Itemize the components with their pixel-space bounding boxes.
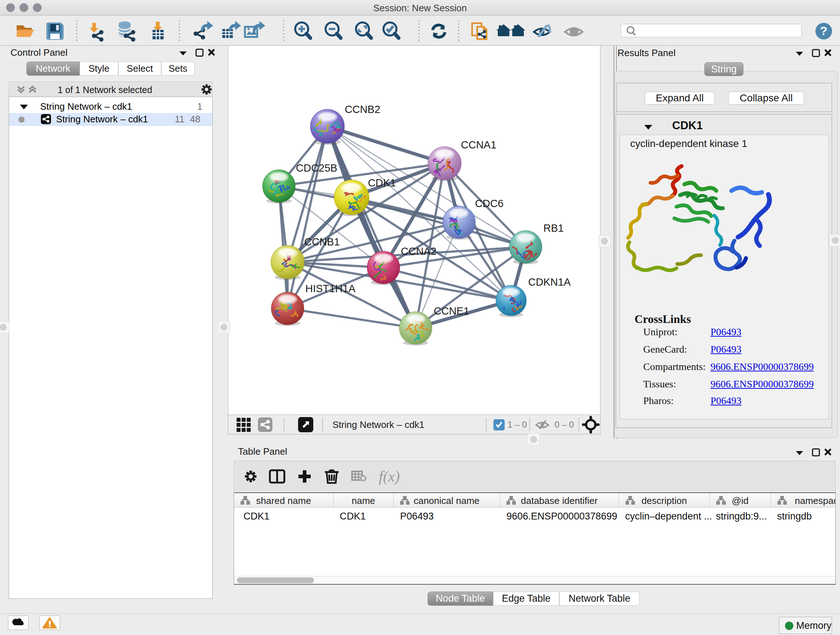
svg-text:CDC6: CDC6 bbox=[475, 198, 504, 209]
svg-text:1 – 0: 1 – 0 bbox=[508, 420, 527, 429]
svg-text:String Network – cdk1: String Network – cdk1 bbox=[332, 419, 424, 430]
svg-text:CCNB2: CCNB2 bbox=[345, 103, 380, 115]
svg-text:CCNE1: CCNE1 bbox=[434, 305, 469, 317]
svg-text:f(x): f(x) bbox=[379, 468, 400, 485]
svg-text:0 – 0: 0 – 0 bbox=[554, 420, 574, 429]
svg-text:RB1: RB1 bbox=[543, 222, 564, 234]
svg-text:CDC25B: CDC25B bbox=[296, 162, 337, 174]
svg-text:CCNA1: CCNA1 bbox=[461, 139, 496, 150]
svg-text:CDKN1A: CDKN1A bbox=[528, 276, 571, 288]
svg-text:CCNA2: CCNA2 bbox=[401, 245, 436, 257]
svg-text:CDK1: CDK1 bbox=[368, 177, 396, 188]
svg-text:HIST1H1A: HIST1H1A bbox=[305, 283, 355, 295]
svg-text:CCNB1: CCNB1 bbox=[304, 236, 340, 248]
svg-text:?: ? bbox=[820, 24, 828, 38]
